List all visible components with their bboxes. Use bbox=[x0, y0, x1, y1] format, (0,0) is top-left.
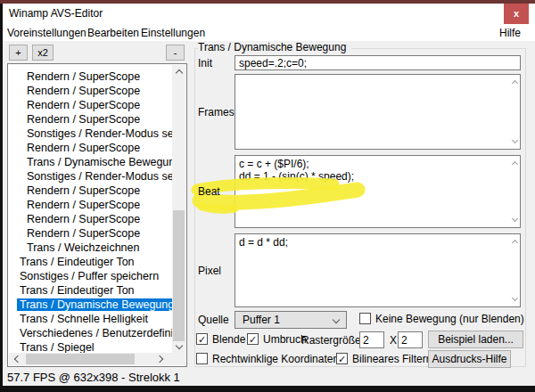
pixel-field-wrap: d = d * dd; bbox=[235, 233, 521, 307]
list-item[interactable]: Rendern / SuperScope bbox=[8, 141, 172, 155]
list-item[interactable]: Trans / Eindeutiger Ton bbox=[8, 255, 172, 269]
checkbox-label: Rechtwinklige Koordinaten bbox=[212, 353, 339, 365]
checkbox-box: ✓ bbox=[196, 333, 208, 345]
list-item[interactable]: Rendern / SuperScope bbox=[8, 212, 172, 226]
list-item[interactable]: Sonstiges / Puffer speichern bbox=[8, 269, 172, 283]
list-item[interactable]: Rendern / SuperScope bbox=[8, 98, 172, 112]
chevron-left-icon bbox=[13, 355, 21, 363]
list-item[interactable]: Trans / Schnelle Helligkeit bbox=[8, 312, 172, 326]
x2-button[interactable]: x2 bbox=[32, 45, 54, 61]
chevron-up-icon bbox=[175, 69, 182, 77]
menu-voreinstellungen[interactable]: Voreinstellungen bbox=[7, 26, 86, 40]
source-label: Quelle bbox=[198, 314, 229, 326]
beat-field-wrap: c = c + ($PI/6); dd = 1 - (sin(c) * spee… bbox=[235, 155, 521, 228]
list-item[interactable]: Trans / Dynamische Bewegung bbox=[8, 155, 172, 169]
frames-field-wrap bbox=[235, 74, 521, 150]
checkbox-label: Keine Bewegung (nur Blenden) bbox=[375, 313, 524, 325]
list-item[interactable]: Rendern / SuperScope bbox=[8, 84, 172, 98]
scroll-left-button[interactable] bbox=[9, 353, 23, 365]
pixel-label: Pixel bbox=[198, 265, 221, 277]
list-item[interactable]: Rendern / SuperScope bbox=[8, 69, 172, 84]
effect-editor-title: Trans / Dynamische Bewegung bbox=[198, 41, 351, 54]
checkbox-box: ✓ bbox=[247, 333, 259, 345]
list-item[interactable]: Rendern / SuperScope bbox=[8, 184, 172, 198]
scroll-down-button[interactable] bbox=[172, 340, 185, 354]
list-item[interactable]: Sonstiges / Render-Modus setzen bbox=[8, 169, 172, 184]
status-bar: 57.7 FPS @ 632x398 - Strelokk 1 bbox=[7, 371, 180, 384]
list-item[interactable]: Trans / Spiegel bbox=[8, 340, 172, 353]
grid-height-input[interactable] bbox=[398, 331, 423, 348]
horizontal-scroll-thumb[interactable] bbox=[26, 354, 135, 364]
grid-size-label: Rastergröße: bbox=[301, 334, 364, 347]
list-item[interactable]: Trans / Eindeutiger Ton bbox=[8, 283, 172, 298]
pixel-textarea[interactable]: d = d * dd; bbox=[235, 233, 521, 307]
checkbox-label: Umbruch bbox=[263, 333, 307, 346]
checkbox-label: Blende bbox=[212, 333, 245, 346]
list-item[interactable]: Rendern / SuperScope bbox=[8, 226, 172, 241]
frames-textarea[interactable] bbox=[235, 74, 521, 150]
chevron-right-icon bbox=[155, 355, 162, 363]
list-item[interactable]: Rendern / SuperScope bbox=[8, 112, 172, 127]
add-effect-button[interactable]: + bbox=[9, 45, 28, 61]
menu-hilfe[interactable]: Hilfe bbox=[499, 26, 521, 40]
window-title: Winamp AVS-Editor bbox=[9, 7, 103, 20]
preset-list-items: Rendern / SuperScopeRendern / SuperScope… bbox=[8, 64, 172, 353]
init-input[interactable] bbox=[235, 55, 521, 70]
list-item[interactable]: Trans / Dynamische Bewegung bbox=[8, 298, 172, 312]
window-left-edge bbox=[0, 4, 3, 392]
avs-editor-window: Winamp AVS-Editor x Voreinstellungen Bea… bbox=[0, 0, 535, 392]
close-button[interactable]: x bbox=[504, 4, 529, 24]
remove-effect-button[interactable]: - bbox=[166, 45, 185, 61]
effect-list[interactable]: Rendern / SuperScopeRendern / SuperScope… bbox=[7, 63, 187, 367]
source-dropdown-value: Puffer 1 bbox=[243, 314, 280, 326]
scrollbar-corner bbox=[172, 353, 185, 365]
list-item[interactable]: Sonstiges / Render-Modus setzen bbox=[8, 127, 172, 141]
source-dropdown[interactable]: Puffer 1 bbox=[235, 311, 347, 329]
menu-einstellungen[interactable]: Einstellungen bbox=[141, 26, 205, 40]
expression-help-button[interactable]: Ausdrucks-Hilfe bbox=[428, 350, 511, 368]
checkbox-box bbox=[196, 353, 208, 364]
list-item[interactable]: Rendern / SuperScope bbox=[8, 198, 172, 212]
frames-label: Frames bbox=[198, 106, 235, 118]
init-label: Init bbox=[198, 57, 212, 69]
checkbox-label: Bilineares Filtern bbox=[352, 353, 432, 365]
scroll-up-button[interactable] bbox=[172, 65, 185, 78]
chevron-down-icon bbox=[175, 342, 182, 349]
window-bottom-edge bbox=[0, 386, 535, 392]
list-vertical-scrollbar[interactable] bbox=[172, 65, 185, 354]
checkbox-box: ✓ bbox=[336, 353, 348, 364]
list-horizontal-scrollbar[interactable] bbox=[9, 353, 174, 365]
chevron-down-icon bbox=[333, 316, 340, 323]
grid-width-input[interactable] bbox=[359, 331, 384, 348]
scroll-right-button[interactable] bbox=[153, 353, 168, 365]
checkbox-box bbox=[359, 313, 371, 324]
vertical-scroll-thumb[interactable] bbox=[173, 210, 185, 341]
menu-bearbeiten[interactable]: Bearbeiten bbox=[87, 26, 139, 40]
grid-separator-label: X bbox=[390, 334, 397, 347]
list-item[interactable]: Verschiedenes / Benutzerdefinierte bbox=[8, 326, 172, 340]
load-example-button[interactable]: Beispiel laden... bbox=[428, 331, 523, 348]
list-item[interactable]: Trans / Weichzeichnen bbox=[8, 241, 172, 255]
beat-textarea[interactable]: c = c + ($PI/6); dd = 1 - (sin(c) * spee… bbox=[235, 155, 521, 228]
beat-label: Beat bbox=[198, 185, 220, 198]
